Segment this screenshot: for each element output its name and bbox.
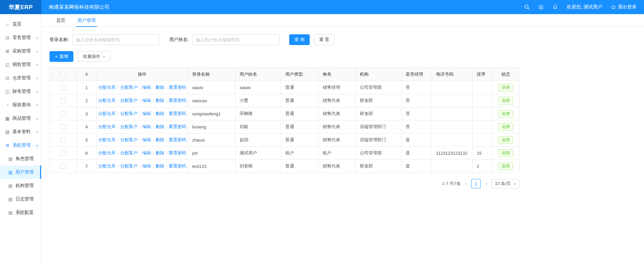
link-divider: | — [152, 98, 154, 103]
assign-customer-link[interactable]: 分配客户 — [120, 98, 138, 103]
sidebar-item-sales[interactable]: ◱销售管理∨ — [0, 58, 41, 71]
search-icon[interactable] — [524, 4, 530, 10]
tab-home[interactable]: 首页 — [50, 14, 71, 27]
assign-customer-link[interactable]: 分配客户 — [120, 163, 138, 168]
assign-warehouse-link[interactable]: 分配仓库 — [98, 163, 115, 168]
tab-user-management[interactable]: 用户管理 — [71, 14, 102, 27]
chevron-down-icon: ∨ — [36, 90, 38, 93]
sidebar-subitem-log[interactable]: ▤日志管理 — [0, 192, 41, 206]
row-checkbox[interactable] — [61, 163, 66, 169]
search-button[interactable]: 查 询 — [289, 34, 310, 45]
assign-customer-link[interactable]: 分配客户 — [120, 150, 138, 155]
cell-status: 启用 — [492, 160, 519, 173]
sidebar-item-home[interactable]: ⌂首页 — [0, 17, 41, 31]
assign-customer-link[interactable]: 分配客户 — [120, 124, 138, 129]
delete-link[interactable]: 删除 — [156, 98, 164, 103]
user-name-input[interactable] — [192, 34, 280, 45]
reset-password-link[interactable]: 重置密码 — [169, 150, 186, 155]
reset-password-link[interactable]: 重置密码 — [169, 163, 186, 168]
page-content: 登录名称: 用户姓名: 查 询 重 置 + 新增 批量操作 ∨ — [41, 27, 644, 196]
sidebar-subitem-user[interactable]: ▤用户管理 — [0, 165, 41, 179]
cell-phone — [432, 107, 473, 120]
login-name-label: 登录名称: — [49, 37, 69, 43]
assign-warehouse-link[interactable]: 分配仓库 — [98, 137, 115, 142]
edit-link[interactable]: 编辑 — [142, 137, 151, 142]
reset-password-link[interactable]: 重置密码 — [169, 137, 186, 142]
reset-password-link[interactable]: 重置密码 — [169, 98, 186, 103]
reset-password-link[interactable]: 重置密码 — [169, 124, 186, 129]
next-page-button[interactable]: > — [484, 181, 488, 186]
column-header-6: 机构 — [355, 68, 401, 81]
link-divider: | — [139, 111, 140, 116]
logout-button[interactable]: 退出登录 — [611, 4, 637, 10]
page-size-select[interactable]: 10 条/页 ∨ — [492, 179, 519, 188]
link-divider: | — [166, 85, 167, 90]
table-row: 3分配仓库|分配客户|编辑|删除|重置密码songxiaofeng1宋晓锋普通销… — [50, 107, 519, 120]
row-checkbox[interactable] — [61, 150, 66, 156]
cell-login-name: xiaolv — [188, 81, 235, 94]
edit-link[interactable]: 编辑 — [142, 85, 151, 90]
sidebar-item-system[interactable]: ⚙系统管理∧ — [0, 139, 41, 152]
column-header-8: 电话号码 — [432, 68, 473, 81]
delete-link[interactable]: 删除 — [156, 150, 164, 155]
assign-warehouse-link[interactable]: 分配仓库 — [98, 124, 115, 129]
delete-link[interactable]: 删除 — [156, 163, 164, 168]
column-header-9: 排序 — [473, 68, 492, 81]
edit-link[interactable]: 编辑 — [142, 111, 151, 116]
sidebar-item-goods[interactable]: ▦商品管理∨ — [0, 112, 41, 125]
sidebar-subitem-label: 角色管理 — [15, 156, 34, 162]
sidebar-item-finance[interactable]: ◫财务管理∨ — [0, 85, 41, 98]
row-checkbox[interactable] — [61, 98, 66, 103]
sidebar-subitem-org[interactable]: ▤机构管理 — [0, 179, 41, 192]
assign-customer-link[interactable]: 分配客户 — [120, 85, 138, 90]
cell-organization: 公司管理层 — [355, 81, 401, 94]
delete-link[interactable]: 删除 — [156, 85, 164, 90]
row-index: 4 — [77, 120, 96, 134]
status-badge: 启用 — [498, 162, 513, 170]
reset-password-link[interactable]: 重置密码 — [169, 85, 186, 90]
assign-warehouse-link[interactable]: 分配仓库 — [98, 85, 115, 90]
delete-link[interactable]: 删除 — [156, 137, 164, 142]
sidebar-item-retail[interactable]: ⊟零售管理∨ — [0, 31, 41, 44]
assign-warehouse-link[interactable]: 分配仓库 — [98, 111, 115, 116]
cell-role: 销售经理 — [318, 81, 356, 94]
sidebar-subitem-role[interactable]: ▤角色管理 — [0, 152, 41, 165]
row-checkbox[interactable] — [61, 85, 66, 90]
assign-warehouse-link[interactable]: 分配仓库 — [98, 150, 115, 155]
sidebar-item-basic-data[interactable]: ▤基本资料∨ — [0, 125, 41, 139]
edit-link[interactable]: 编辑 — [142, 163, 151, 168]
delete-link[interactable]: 删除 — [156, 111, 164, 116]
add-button[interactable]: + 新增 — [49, 51, 73, 62]
sidebar-item-report[interactable]: ◔报表查询∨ — [0, 98, 41, 112]
sidebar-item-label: 财务管理 — [12, 88, 36, 95]
row-checkbox[interactable] — [61, 111, 66, 116]
prev-page-button[interactable]: < — [464, 181, 468, 186]
select-all-header-cell — [50, 68, 77, 81]
current-page-button[interactable]: 1 — [471, 179, 481, 188]
delete-link[interactable]: 删除 — [156, 124, 164, 129]
cell-login-name: liuneng — [188, 120, 235, 134]
notification-bell-icon[interactable] — [552, 4, 558, 10]
login-name-input[interactable] — [72, 34, 160, 45]
cell-user-name: xiaolv — [235, 81, 281, 94]
assign-warehouse-link[interactable]: 分配仓库 — [98, 98, 115, 103]
sidebar-subitem-config[interactable]: ▤系统配置 — [0, 206, 41, 219]
edit-link[interactable]: 编辑 — [142, 124, 151, 129]
reset-password-link[interactable]: 重置密码 — [169, 111, 186, 116]
cell-user-name: 小曹 — [235, 94, 281, 107]
table-row: 4分配仓库|分配客户|编辑|删除|重置密码liuneng刘能普通销售代表后端管理… — [50, 120, 519, 134]
edit-link[interactable]: 编辑 — [142, 150, 151, 155]
row-index: 5 — [77, 134, 96, 147]
reset-button[interactable]: 重 置 — [314, 34, 335, 45]
sidebar-item-purchase[interactable]: ⊞采购管理∨ — [0, 44, 41, 58]
assign-customer-link[interactable]: 分配客户 — [120, 111, 138, 116]
batch-actions-button[interactable]: 批量操作 ∨ — [77, 51, 110, 62]
assign-customer-link[interactable]: 分配客户 — [120, 137, 138, 142]
cell-phone — [432, 81, 473, 94]
tenant-bank-icon[interactable] — [538, 4, 544, 10]
sidebar-item-warehouse[interactable]: ⊡仓库管理∨ — [0, 71, 41, 85]
edit-link[interactable]: 编辑 — [142, 98, 151, 103]
row-checkbox[interactable] — [61, 124, 66, 129]
select-all-checkbox[interactable] — [61, 72, 66, 77]
row-checkbox[interactable] — [61, 137, 66, 143]
